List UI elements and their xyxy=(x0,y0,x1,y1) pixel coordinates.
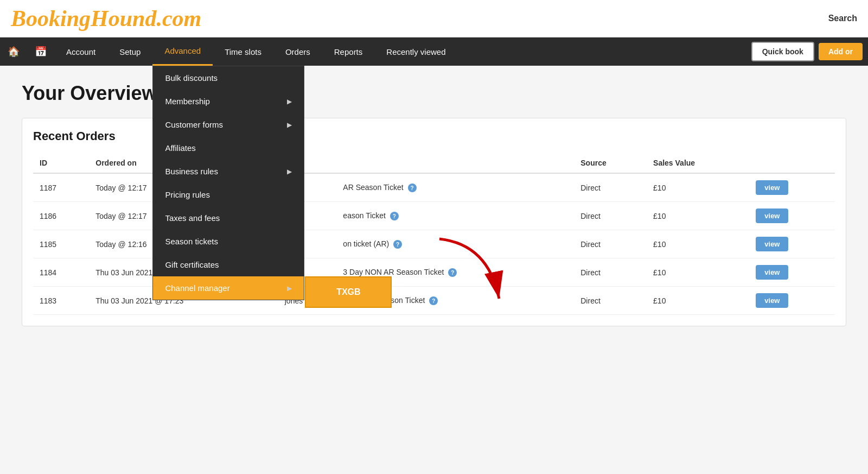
chevron-right-icon: ▶ xyxy=(287,98,292,105)
main-content: Your Overview Recent Orders ID Ordered o… xyxy=(0,66,868,343)
cell-product: AR Season Ticket ? xyxy=(336,173,574,202)
cell-source: Direct xyxy=(574,287,647,315)
cell-product: on ticket (AR) ? xyxy=(336,230,574,258)
nav-dropdown-advanced: Advanced Bulk discounts Membership ▶ Cus… xyxy=(152,37,213,66)
calendar-button[interactable]: 📅 xyxy=(27,37,54,66)
channel-manager-submenu: TXGB xyxy=(305,276,392,308)
quick-book-button[interactable]: Quick book xyxy=(751,42,814,61)
view-button[interactable]: view xyxy=(756,180,788,195)
nav-item-advanced[interactable]: Advanced xyxy=(152,37,213,66)
help-icon[interactable]: ? xyxy=(408,184,417,192)
cell-id: 1184 xyxy=(33,258,89,287)
cell-id: 1185 xyxy=(33,230,89,258)
cell-sales-value: £10 xyxy=(647,202,749,230)
nav-item-orders[interactable]: Orders xyxy=(273,37,322,66)
cell-source: Direct xyxy=(574,173,647,202)
chevron-right-icon: ▶ xyxy=(287,121,292,129)
view-button[interactable]: view xyxy=(756,293,788,308)
dropdown-item-affiliates[interactable]: Affiliates xyxy=(153,136,304,160)
col-actions xyxy=(749,153,835,173)
help-icon[interactable]: ? xyxy=(429,296,438,305)
help-icon[interactable]: ? xyxy=(393,240,402,249)
nav-item-setup[interactable]: Setup xyxy=(107,37,152,66)
cell-sales-value: £10 xyxy=(647,230,749,258)
cell-id: 1186 xyxy=(33,202,89,230)
cell-product: eason Ticket ? xyxy=(336,202,574,230)
cell-sales-value: £10 xyxy=(647,287,749,315)
top-bar: BookingHound.com Search xyxy=(0,0,868,37)
cell-action: view xyxy=(749,202,835,230)
logo-orange: .com xyxy=(156,6,201,31)
sub-dropdown-item-txgb[interactable]: TXGB xyxy=(306,277,391,307)
help-icon[interactable]: ? xyxy=(448,268,457,277)
chevron-right-icon: ▶ xyxy=(287,285,292,292)
home-button[interactable]: 🏠 xyxy=(0,37,27,66)
search-label: Search xyxy=(828,14,857,23)
cell-id: 1183 xyxy=(33,287,89,315)
nav-item-account[interactable]: Account xyxy=(54,37,107,66)
chevron-right-icon: ▶ xyxy=(287,168,292,175)
nav-right-buttons: Quick book Add or xyxy=(751,37,868,66)
page-title: Your Overview xyxy=(22,82,846,105)
dropdown-item-channel-manager[interactable]: Channel manager ▶ xyxy=(153,276,304,300)
dropdown-item-channel-manager-row: Channel manager ▶ TXGB xyxy=(153,276,304,300)
calendar-icon: 📅 xyxy=(35,46,47,58)
dropdown-item-bulk-discounts[interactable]: Bulk discounts xyxy=(153,66,304,90)
nav-item-recently-viewed[interactable]: Recently viewed xyxy=(374,37,457,66)
col-id: ID xyxy=(33,153,89,173)
dropdown-item-gift-certificates[interactable]: Gift certificates xyxy=(153,253,304,276)
cell-source: Direct xyxy=(574,202,647,230)
col-sales-value: Sales Value xyxy=(647,153,749,173)
cell-id: 1187 xyxy=(33,173,89,202)
nav-item-reports[interactable]: Reports xyxy=(322,37,375,66)
cell-action: view xyxy=(749,230,835,258)
col-product xyxy=(336,153,574,173)
dropdown-item-season-tickets[interactable]: Season tickets xyxy=(153,230,304,253)
dropdown-item-membership[interactable]: Membership ▶ xyxy=(153,90,304,113)
nav-item-time-slots[interactable]: Time slots xyxy=(213,37,273,66)
logo-black: BookingHound xyxy=(11,6,156,31)
cell-source: Direct xyxy=(574,230,647,258)
cell-source: Direct xyxy=(574,258,647,287)
dropdown-item-pricing-rules[interactable]: Pricing rules xyxy=(153,183,304,206)
cell-sales-value: £10 xyxy=(647,258,749,287)
view-button[interactable]: view xyxy=(756,265,788,280)
dropdown-item-customer-forms[interactable]: Customer forms ▶ xyxy=(153,113,304,136)
top-right: Search xyxy=(828,14,857,23)
advanced-dropdown-menu: Bulk discounts Membership ▶ Customer for… xyxy=(152,66,304,300)
recent-orders-card: Recent Orders ID Ordered on Source Sales… xyxy=(22,118,846,326)
dropdown-item-business-rules[interactable]: Business rules ▶ xyxy=(153,160,304,183)
view-button[interactable]: view xyxy=(756,208,788,223)
cell-action: view xyxy=(749,287,835,315)
cell-sales-value: £10 xyxy=(647,173,749,202)
home-icon: 🏠 xyxy=(8,46,20,58)
logo: BookingHound.com xyxy=(11,5,201,31)
col-source: Source xyxy=(574,153,647,173)
help-icon[interactable]: ? xyxy=(390,212,399,220)
cell-action: view xyxy=(749,173,835,202)
view-button[interactable]: view xyxy=(756,237,788,251)
navbar: 🏠 📅 Account Setup Advanced Bulk discount… xyxy=(0,37,868,66)
cell-action: view xyxy=(749,258,835,287)
add-order-button[interactable]: Add or xyxy=(819,43,863,60)
dropdown-item-taxes-and-fees[interactable]: Taxes and fees xyxy=(153,206,304,230)
